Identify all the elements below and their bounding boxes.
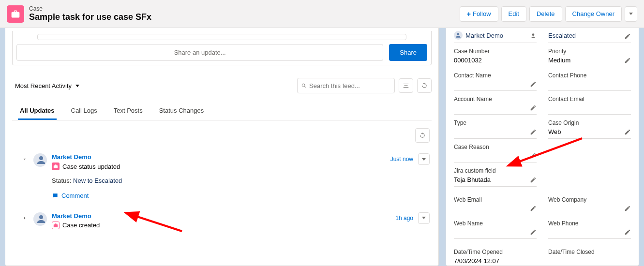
avatar[interactable] [33, 153, 47, 167]
feed-search-input[interactable] [309, 82, 390, 89]
field-case-number: Case Number 00001032 [454, 45, 537, 67]
comment-link[interactable]: Comment [52, 192, 89, 199]
feed-composer: Share an update... Share [12, 31, 432, 65]
feed-item-user[interactable]: Market Demo [52, 153, 91, 161]
field-value [454, 229, 537, 236]
field-contact-name: Contact Name [454, 69, 537, 91]
field-label: Date/Time Closed [548, 249, 631, 255]
field-value: 00001032 [454, 57, 537, 64]
refresh-icon [421, 82, 428, 89]
owner-avatar [454, 31, 463, 40]
edit-pencil-icon[interactable] [530, 229, 537, 236]
edit-pencil-icon[interactable] [530, 104, 537, 111]
tab-all-updates[interactable]: All Updates [18, 102, 57, 120]
feed-item-user[interactable]: Market Demo [52, 212, 91, 220]
status-label: Status: [52, 177, 71, 184]
feed-item: Market Demo Case created 1h ago [12, 209, 432, 238]
feed-list-refresh-button[interactable] [415, 128, 430, 143]
feed-item-time[interactable]: Just now [390, 156, 413, 163]
field-label: Contact Phone [548, 72, 631, 79]
case-record-icon [7, 5, 24, 23]
field-value [454, 152, 537, 159]
delete-button[interactable]: Delete [529, 6, 562, 22]
field-case-origin: Case Origin Web [548, 117, 631, 139]
edit-pencil-icon[interactable] [530, 205, 537, 212]
field-label: Type [454, 119, 537, 126]
field-value [454, 128, 537, 135]
follow-button-label: Follow [473, 10, 491, 17]
expand-toggle[interactable] [21, 214, 29, 222]
sort-picker[interactable]: Most Recent Activity [12, 82, 79, 89]
owner-value[interactable]: Market Demo [465, 32, 503, 39]
change-owner-icon[interactable] [530, 32, 537, 41]
tab-call-logs[interactable]: Call Logs [69, 102, 99, 120]
follow-button[interactable]: + Follow [460, 6, 498, 22]
status-value: Escalated [548, 32, 576, 39]
field-label: Web Name [454, 220, 537, 227]
header-actions: + Follow Edit Delete Change Owner [460, 6, 637, 22]
field-web-email: Web Email [454, 193, 537, 215]
field-priority: Priority Medium [548, 45, 631, 67]
field-label: Contact Name [454, 72, 537, 79]
more-actions-dropdown[interactable] [625, 6, 637, 22]
field-value [548, 104, 631, 111]
plus-icon: + [467, 10, 471, 18]
edit-pencil-icon[interactable] [624, 229, 631, 236]
edit-button[interactable]: Edit [501, 6, 526, 22]
chevron-down-icon [629, 13, 633, 15]
field-label: Contact Email [548, 96, 631, 103]
header-left: Case Sample task for use case SFx [7, 5, 151, 23]
field-value [548, 205, 631, 212]
chevron-down-icon [22, 156, 28, 162]
field-label: Date/Time Opened [454, 249, 537, 255]
tab-text-posts[interactable]: Text Posts [112, 102, 145, 120]
feed-column: Share an update... Share Most Recent Act… [5, 28, 439, 266]
field-label: Web Email [454, 196, 537, 203]
field-label: Case Origin [548, 119, 631, 126]
feed-item: Market Demo Case status updated Just now [12, 150, 432, 209]
field-web-name: Web Name [454, 217, 537, 239]
chevron-down-icon [422, 158, 426, 161]
feed-item-time[interactable]: 1h ago [395, 215, 413, 222]
field-value [454, 205, 537, 212]
field-value [548, 257, 631, 264]
page-header: Case Sample task for use case SFx + Foll… [0, 0, 644, 28]
collapse-toggle[interactable] [21, 155, 29, 163]
field-account-name: Account Name [454, 93, 537, 115]
chevron-down-icon [422, 217, 426, 219]
feed-item-subline: Case status updated [62, 163, 120, 170]
share-update-input[interactable]: Share an update... [16, 44, 383, 61]
field-status: Escalated [548, 30, 631, 43]
edit-pencil-icon[interactable] [530, 152, 537, 159]
field-label: Case Number [454, 48, 537, 55]
edit-pencil-icon[interactable] [624, 57, 631, 64]
composer-collapsed-field[interactable] [37, 34, 406, 40]
feed-toolbar: Most Recent Activity [12, 78, 432, 93]
field-contact-email: Contact Email [548, 93, 631, 115]
field-value: Medium [548, 57, 631, 64]
record-type-eyebrow: Case [29, 5, 151, 12]
case-icon-outline [52, 222, 60, 229]
feed-refresh-button[interactable] [417, 78, 432, 93]
feed-search-box[interactable] [297, 78, 395, 93]
tab-status-changes[interactable]: Status Changes [157, 102, 206, 120]
edit-pencil-icon[interactable] [530, 81, 537, 88]
edit-pencil-icon[interactable] [624, 33, 631, 40]
avatar[interactable] [33, 212, 47, 226]
feed-item-body: Status: New to Escalated [52, 177, 430, 184]
feed-item-menu[interactable] [418, 153, 430, 165]
field-value: 7/03/2024 12:07 [454, 257, 537, 265]
details-panel: Market Demo Escalated Case Number 000010… [446, 28, 639, 266]
field-value [548, 81, 631, 88]
edit-pencil-icon[interactable] [624, 205, 631, 212]
edit-pencil-icon[interactable] [624, 129, 631, 135]
field-label: Web Company [548, 196, 631, 203]
edit-pencil-icon[interactable] [530, 129, 537, 135]
change-owner-button[interactable]: Change Owner [565, 6, 622, 22]
share-button[interactable]: Share [389, 44, 427, 61]
feed-filter-button[interactable] [399, 78, 413, 93]
edit-pencil-icon[interactable] [530, 177, 537, 183]
feed-item-menu[interactable] [418, 212, 430, 224]
field-label: Account Name [454, 96, 537, 103]
comment-label: Comment [61, 192, 89, 199]
